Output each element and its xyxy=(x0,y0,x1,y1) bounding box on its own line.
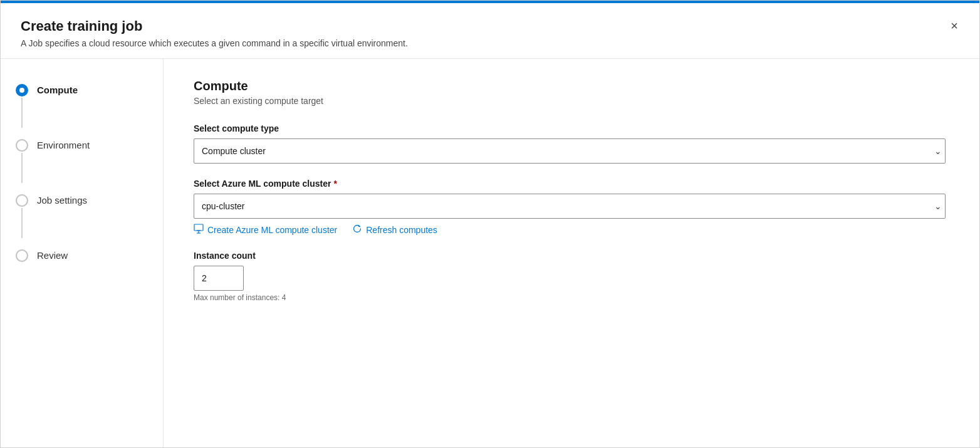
instance-count-group: Instance count Max number of instances: … xyxy=(194,251,949,302)
svg-rect-0 xyxy=(194,224,203,231)
step-indicator-environment xyxy=(16,139,28,184)
refresh-label: Refresh computes xyxy=(366,225,437,235)
step-label-environment: Environment xyxy=(37,139,90,150)
compute-type-group: Select compute type Compute cluster Comp… xyxy=(194,123,949,164)
step-label-compute: Compute xyxy=(37,84,78,95)
sidebar-item-compute[interactable]: Compute xyxy=(16,79,148,134)
step-circle-compute xyxy=(16,84,28,96)
instance-count-hint: Max number of instances: 4 xyxy=(194,293,949,302)
compute-type-select-wrapper: Compute cluster Compute instance Serverl… xyxy=(194,138,949,164)
dialog-title: Create training job xyxy=(21,18,959,34)
sidebar-item-review[interactable]: Review xyxy=(16,244,148,267)
dialog-header: Create training job A Job specifies a cl… xyxy=(1,3,979,59)
step-connector-1 xyxy=(21,98,23,128)
step-circle-review xyxy=(16,249,28,262)
close-button[interactable]: × xyxy=(944,16,964,36)
required-indicator: * xyxy=(333,179,336,189)
cluster-select-group: Select Azure ML compute cluster* cpu-clu… xyxy=(194,179,949,236)
compute-type-label: Select compute type xyxy=(194,123,949,133)
step-label-job-settings: Job settings xyxy=(37,194,87,206)
main-content: Compute Select an existing compute targe… xyxy=(164,59,979,447)
step-circle-job-settings xyxy=(16,194,28,207)
step-label-review: Review xyxy=(37,249,68,261)
dialog-subtitle: A Job specifies a cloud resource which e… xyxy=(21,38,959,48)
step-connector-2 xyxy=(21,153,23,183)
cluster-select[interactable]: cpu-cluster xyxy=(194,194,946,219)
refresh-computes-link[interactable]: Refresh computes xyxy=(352,224,437,236)
monitor-icon xyxy=(194,224,204,236)
instance-count-label: Instance count xyxy=(194,251,949,261)
section-subtitle: Select an existing compute target xyxy=(194,96,949,106)
refresh-icon xyxy=(352,224,362,236)
instance-count-input[interactable] xyxy=(194,266,244,291)
cluster-label: Select Azure ML compute cluster* xyxy=(194,179,949,189)
step-circle-environment xyxy=(16,139,28,152)
step-indicator-compute xyxy=(16,84,28,129)
create-training-job-dialog: Create training job A Job specifies a cl… xyxy=(0,0,980,448)
section-title: Compute xyxy=(194,79,949,93)
create-cluster-link[interactable]: Create Azure ML compute cluster xyxy=(194,224,337,236)
step-indicator-job-settings xyxy=(16,194,28,239)
cluster-select-wrapper: cpu-cluster ⌄ xyxy=(194,194,949,219)
sidebar-item-environment[interactable]: Environment xyxy=(16,134,148,189)
compute-type-select[interactable]: Compute cluster Compute instance Serverl… xyxy=(194,138,946,164)
dialog-body: Compute Environment Job settings xyxy=(1,59,979,447)
step-indicator-review xyxy=(16,249,28,262)
create-cluster-label: Create Azure ML compute cluster xyxy=(207,225,337,235)
sidebar-item-job-settings[interactable]: Job settings xyxy=(16,189,148,244)
sidebar: Compute Environment Job settings xyxy=(1,59,164,447)
action-links: Create Azure ML compute cluster Refresh … xyxy=(194,224,949,236)
step-connector-3 xyxy=(21,208,23,238)
